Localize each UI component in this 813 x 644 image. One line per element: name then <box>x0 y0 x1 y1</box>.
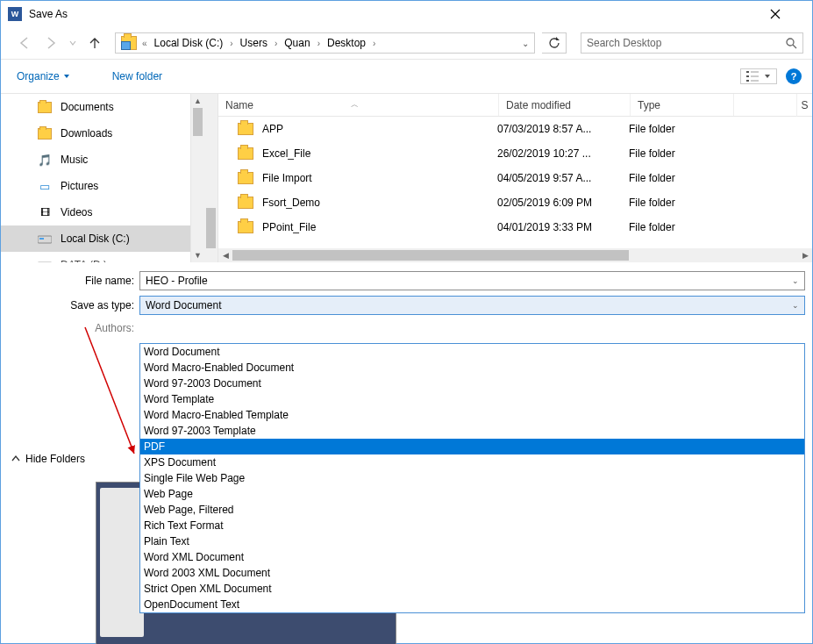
type-option[interactable]: OpenDocument Text <box>140 597 804 612</box>
new-folder-button[interactable]: New folder <box>107 67 168 86</box>
col-name-label: Name <box>225 99 253 111</box>
saveastype-dropdown[interactable]: Word Document ⌄ <box>139 296 805 315</box>
col-type-header[interactable]: Type <box>631 94 734 116</box>
breadcrumb-dropdown[interactable]: ⌄ <box>522 39 529 48</box>
type-option[interactable]: Word Template <box>140 391 804 407</box>
folder-tree[interactable]: DocumentsDownloads🎵Music▭Pictures🎞Videos… <box>1 94 204 262</box>
breadcrumb-prefix: « <box>139 39 151 48</box>
folder-location-icon <box>121 36 137 50</box>
file-list[interactable]: Name︿ Date modified Type S APP07/03/2019… <box>218 94 812 262</box>
type-option[interactable]: Plain Text <box>140 533 804 549</box>
scroll-thumb[interactable] <box>206 208 216 248</box>
type-option[interactable]: Word Macro-Enabled Template <box>140 407 804 423</box>
tree-item-videos[interactable]: 🎞Videos <box>1 199 204 225</box>
scroll-right-button[interactable]: ▶ <box>798 251 812 260</box>
svg-rect-3 <box>746 75 749 77</box>
file-row[interactable]: Fsort_Demo02/05/2019 6:09 PMFile folder <box>218 190 812 215</box>
type-option[interactable]: Rich Text Format <box>140 518 804 533</box>
type-option[interactable]: Word Macro-Enabled Document <box>140 360 804 376</box>
chevron-down-icon <box>63 73 70 80</box>
folder-icon <box>238 172 253 184</box>
scroll-left-button[interactable]: ◀ <box>218 251 232 260</box>
list-hscroll[interactable]: ◀ ▶ <box>218 248 812 262</box>
recent-dropdown[interactable] <box>68 33 78 53</box>
file-type: File folder <box>629 123 732 135</box>
organize-button[interactable]: Organize <box>11 67 75 86</box>
type-option[interactable]: Word Document <box>140 344 804 360</box>
saveastype-listbox[interactable]: Word DocumentWord Macro-Enabled Document… <box>139 343 805 613</box>
file-row[interactable]: File Import04/05/2019 9:57 A...File fold… <box>218 166 812 190</box>
chevron-down-icon[interactable]: ⌄ <box>792 276 799 285</box>
back-button[interactable] <box>15 33 34 53</box>
list-vscroll-left[interactable] <box>204 94 218 262</box>
col-date-header[interactable]: Date modified <box>499 94 631 116</box>
chevron-down-icon[interactable]: ⌄ <box>792 301 799 310</box>
crumb-sep: › <box>369 39 379 48</box>
tree-item-data-d-[interactable]: DATA (D:) <box>1 252 204 262</box>
file-date: 26/02/2019 10:27 ... <box>497 147 629 160</box>
authors-label: Authors: <box>8 322 139 334</box>
tree-item-downloads[interactable]: Downloads <box>1 120 204 147</box>
file-type: File folder <box>629 147 732 160</box>
drive-icon <box>38 258 52 262</box>
scroll-thumb[interactable] <box>193 108 203 136</box>
type-option[interactable]: XPS Document <box>140 454 804 470</box>
file-date: 04/01/2019 3:33 PM <box>497 221 629 233</box>
type-option[interactable]: Word 97-2003 Template <box>140 423 804 439</box>
col-overflow-header[interactable]: S <box>796 94 812 117</box>
file-row[interactable]: APP07/03/2019 8:57 A...File folder <box>218 117 812 141</box>
type-option[interactable]: Single File Web Page <box>140 470 804 486</box>
file-row[interactable]: Excel_File26/02/2019 10:27 ...File folde… <box>218 141 812 166</box>
file-name: Excel_File <box>262 147 497 160</box>
file-type: File folder <box>629 172 732 184</box>
col-name-header[interactable]: Name︿ <box>218 94 499 116</box>
file-type: File folder <box>629 221 732 233</box>
help-button[interactable]: ? <box>786 68 802 84</box>
chevron-down-icon <box>764 73 771 80</box>
organize-label: Organize <box>17 70 60 82</box>
crumb-1[interactable]: Users <box>237 35 271 51</box>
crumb-2[interactable]: Quan <box>281 35 313 51</box>
crumb-3[interactable]: Desktop <box>324 35 369 51</box>
forward-button[interactable] <box>41 33 61 53</box>
body: DocumentsDownloads🎵Music▭Pictures🎞Videos… <box>1 94 812 262</box>
filename-value: HEO - Profile <box>146 275 208 287</box>
close-button[interactable] <box>770 9 805 19</box>
type-option[interactable]: Word XML Document <box>140 549 804 565</box>
tree-item-music[interactable]: 🎵Music <box>1 147 204 173</box>
up-button[interactable] <box>85 33 104 53</box>
tree-item-local-disk-c-[interactable]: Local Disk (C:) <box>1 225 204 252</box>
hide-folders-button[interactable]: Hide Folders <box>11 453 85 465</box>
crumb-sep: › <box>226 39 236 48</box>
type-option[interactable]: Strict Open XML Document <box>140 581 804 597</box>
file-row[interactable]: PPoint_File04/01/2019 3:33 PMFile folder <box>218 215 812 240</box>
crumb-0[interactable]: Local Disk (C:) <box>151 35 227 51</box>
drive-icon <box>38 232 52 246</box>
svg-rect-5 <box>746 80 749 82</box>
scroll-thumb[interactable] <box>232 250 629 261</box>
tree-item-documents[interactable]: Documents <box>1 94 204 120</box>
scroll-down-button[interactable]: ▼ <box>191 248 204 262</box>
filename-input[interactable]: HEO - Profile ⌄ <box>139 271 805 290</box>
annotation-arrow <box>82 324 143 464</box>
file-type: File folder <box>629 197 732 209</box>
save-fields: File name: HEO - Profile ⌄ Save as type:… <box>1 262 812 345</box>
type-option[interactable]: Word 97-2003 Document <box>140 376 804 391</box>
refresh-button[interactable] <box>542 32 567 54</box>
tree-item-pictures[interactable]: ▭Pictures <box>1 173 204 199</box>
tree-item-label: Pictures <box>61 180 98 192</box>
breadcrumb-bar[interactable]: « Local Disk (C:) › Users › Quan › Deskt… <box>115 32 535 54</box>
type-option[interactable]: PDF <box>140 439 804 454</box>
folder-icon <box>238 123 253 135</box>
type-option[interactable]: Word 2003 XML Document <box>140 565 804 581</box>
search-input[interactable]: Search Desktop <box>581 32 803 54</box>
word-icon: W <box>8 7 22 21</box>
chevron-up-icon <box>11 454 20 463</box>
view-options-button[interactable] <box>740 68 777 84</box>
nav-scrollbar[interactable]: ▲ ▼ <box>190 94 204 262</box>
type-option[interactable]: Web Page, Filtered <box>140 502 804 518</box>
svg-rect-4 <box>751 75 759 77</box>
file-name: Fsort_Demo <box>262 197 497 209</box>
scroll-up-button[interactable]: ▲ <box>191 94 204 108</box>
type-option[interactable]: Web Page <box>140 486 804 502</box>
